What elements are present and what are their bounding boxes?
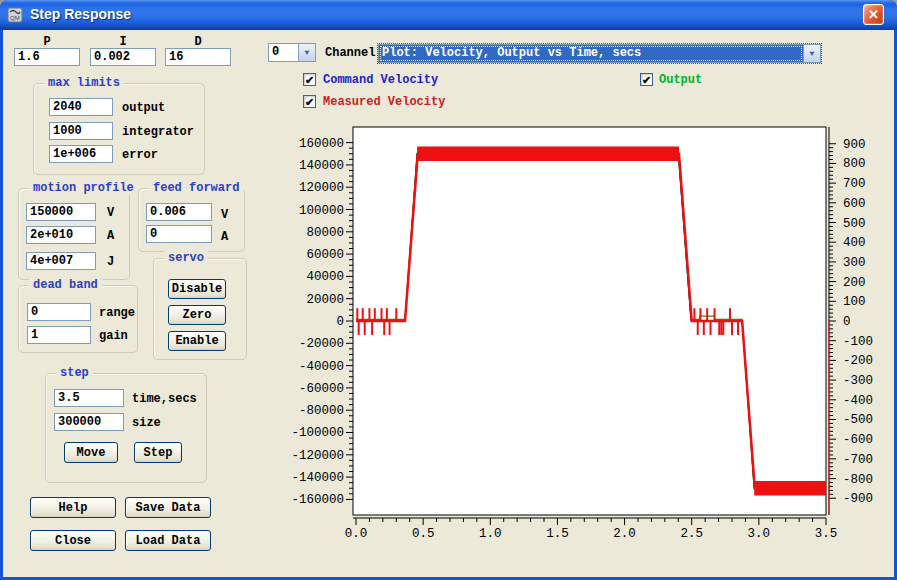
svg-text:300: 300 <box>843 256 866 270</box>
svg-text:-500: -500 <box>843 413 873 427</box>
svg-text:0: 0 <box>336 315 344 329</box>
svg-text:140000: 140000 <box>299 159 344 173</box>
save-data-button[interactable]: Save Data <box>125 497 211 518</box>
channel-select[interactable]: 0 ▼ <box>268 43 316 62</box>
help-button[interactable]: Help <box>30 497 116 518</box>
svg-text:80000: 80000 <box>306 226 344 240</box>
output-label[interactable]: Output <box>659 73 702 87</box>
svg-text:700: 700 <box>843 177 866 191</box>
svg-text:3.0: 3.0 <box>748 527 771 541</box>
svg-text:2.5: 2.5 <box>680 527 703 541</box>
ff-v-input[interactable] <box>146 203 212 221</box>
svg-text:0: 0 <box>843 315 851 329</box>
svg-text:-200: -200 <box>843 354 873 368</box>
step-time-input[interactable] <box>54 389 124 407</box>
deadband-gain-input[interactable] <box>27 326 91 344</box>
dead-band-group: dead band range gain <box>18 285 138 353</box>
max-limits-group: max limits output integrator error <box>33 83 205 175</box>
chevron-down-icon[interactable]: ▼ <box>298 44 315 61</box>
deadband-range-input[interactable] <box>27 303 91 321</box>
step-size-label: size <box>132 416 161 430</box>
titlebar[interactable]: QM Step Response ✕ <box>0 0 897 30</box>
max-limits-title: max limits <box>44 76 124 90</box>
channel-label: Channel <box>325 46 375 60</box>
profile-v-label: V <box>107 206 114 220</box>
profile-a-label: A <box>107 229 114 243</box>
svg-text:40000: 40000 <box>306 270 344 284</box>
svg-text:-700: -700 <box>843 453 873 467</box>
max-integrator-label: integrator <box>122 125 194 139</box>
step-time-label: time,secs <box>132 392 197 406</box>
svg-text:160000: 160000 <box>299 137 344 151</box>
measured-velocity-label[interactable]: Measured Velocity <box>323 95 445 109</box>
i-label: I <box>90 35 156 49</box>
step-group: step time,secs size Move Step <box>45 373 207 483</box>
svg-text:-900: -900 <box>843 492 873 506</box>
window-title: Step Response <box>30 6 131 22</box>
servo-title: servo <box>164 251 208 265</box>
svg-text:900: 900 <box>843 138 866 152</box>
profile-j-label: J <box>107 255 114 269</box>
svg-text:20000: 20000 <box>306 293 344 307</box>
svg-text:600: 600 <box>843 197 866 211</box>
command-velocity-checkbox[interactable]: ✔ <box>303 73 316 86</box>
p-label: P <box>14 35 80 49</box>
d-label: D <box>165 35 231 49</box>
profile-a-input[interactable] <box>26 226 96 244</box>
chevron-down-icon[interactable]: ▼ <box>803 45 820 62</box>
max-integrator-input[interactable] <box>49 122 113 140</box>
svg-text:-600: -600 <box>843 433 873 447</box>
svg-text:-160000: -160000 <box>291 493 344 507</box>
svg-text:-140000: -140000 <box>291 471 344 485</box>
p-input[interactable] <box>14 48 80 66</box>
svg-text:-400: -400 <box>843 394 873 408</box>
svg-text:-100: -100 <box>843 335 873 349</box>
app-icon: QM <box>7 7 23 23</box>
channel-value: 0 <box>269 44 298 61</box>
svg-text:-800: -800 <box>843 473 873 487</box>
dead-band-title: dead band <box>29 278 102 292</box>
close-icon: ✕ <box>868 7 879 22</box>
step-button[interactable]: Step <box>134 442 182 463</box>
svg-text:-80000: -80000 <box>299 404 344 418</box>
ff-a-input[interactable] <box>146 225 212 243</box>
motion-profile-title: motion profile <box>29 181 138 195</box>
svg-text:3.5: 3.5 <box>815 527 838 541</box>
servo-group: servo Disable Zero Enable <box>153 258 247 360</box>
servo-enable-button[interactable]: Enable <box>168 331 226 351</box>
feed-forward-group: feed forward V A <box>138 188 245 252</box>
servo-zero-button[interactable]: Zero <box>168 305 226 325</box>
svg-text:0.5: 0.5 <box>412 527 435 541</box>
max-error-label: error <box>122 148 158 162</box>
i-input[interactable] <box>90 48 156 66</box>
svg-text:200: 200 <box>843 276 866 290</box>
close-button[interactable]: ✕ <box>863 4 884 25</box>
svg-text:60000: 60000 <box>306 248 344 262</box>
svg-text:2.0: 2.0 <box>613 527 636 541</box>
output-checkbox[interactable]: ✔ <box>640 73 653 86</box>
deadband-range-label: range <box>99 306 135 320</box>
dialog-content: P I D 0 ▼ Channel Plot: Velocity, Output… <box>3 30 894 577</box>
deadband-gain-label: gain <box>99 329 128 343</box>
close-dialog-button[interactable]: Close <box>30 530 116 551</box>
svg-text:1.5: 1.5 <box>546 527 569 541</box>
profile-v-input[interactable] <box>26 203 96 221</box>
measured-velocity-checkbox[interactable]: ✔ <box>303 95 316 108</box>
max-error-input[interactable] <box>49 145 113 163</box>
d-input[interactable] <box>165 48 231 66</box>
ff-a-label: A <box>221 230 228 244</box>
svg-text:-120000: -120000 <box>291 449 344 463</box>
servo-disable-button[interactable]: Disable <box>168 279 226 299</box>
command-velocity-label[interactable]: Command Velocity <box>323 73 438 87</box>
svg-text:-100000: -100000 <box>291 426 344 440</box>
step-response-window: QM Step Response ✕ P I D 0 ▼ Channel Plo… <box>0 0 897 580</box>
motion-profile-group: motion profile V A J <box>18 188 130 280</box>
plot-select[interactable]: Plot: Velocity, Output vs Time, secs ▼ <box>378 44 821 63</box>
profile-j-input[interactable] <box>26 252 96 270</box>
move-button[interactable]: Move <box>64 442 118 463</box>
step-size-input[interactable] <box>54 413 124 431</box>
load-data-button[interactable]: Load Data <box>125 530 211 551</box>
max-output-label: output <box>122 101 165 115</box>
max-output-input[interactable] <box>49 98 113 116</box>
svg-text:100000: 100000 <box>299 204 344 218</box>
